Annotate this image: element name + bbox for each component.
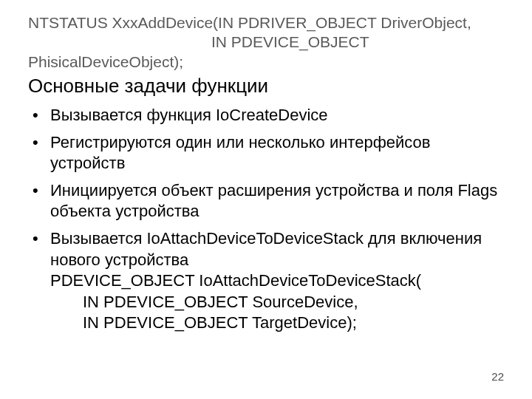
page-number: 22 (491, 370, 504, 383)
list-item-line: IN PDEVICE_OBJECT TargetDevice); (50, 313, 504, 334)
list-item: Вызывается функция IoCreateDevice (47, 105, 504, 126)
list-item-line: IN PDEVICE_OBJECT SourceDevice, (50, 292, 504, 313)
list-item: Регистрируются один или несколько интерф… (47, 132, 504, 174)
list-item-line: PDEVICE_OBJECT IoAttachDeviceToDeviceSta… (50, 270, 504, 292)
signature-line-2: IN PDEVICE_OBJECT (28, 33, 504, 52)
section-heading: Основные задачи функции (28, 75, 504, 98)
slide: NTSTATUS XxxAddDevice(IN PDRIVER_OBJECT … (0, 0, 532, 399)
task-list: Вызывается функция IoCreateDevice Регист… (28, 105, 504, 334)
list-item-line: Вызывается IoAttachDeviceToDeviceStack д… (50, 228, 504, 270)
function-signature: NTSTATUS XxxAddDevice(IN PDRIVER_OBJECT … (28, 13, 504, 72)
list-item: Инициируется объект расширения устройств… (47, 180, 504, 222)
signature-line-3: PhisicalDeviceObject); (28, 52, 504, 72)
list-item: Вызывается IoAttachDeviceToDeviceStack д… (47, 228, 504, 334)
signature-line-1: NTSTATUS XxxAddDevice(IN PDRIVER_OBJECT … (28, 13, 504, 33)
